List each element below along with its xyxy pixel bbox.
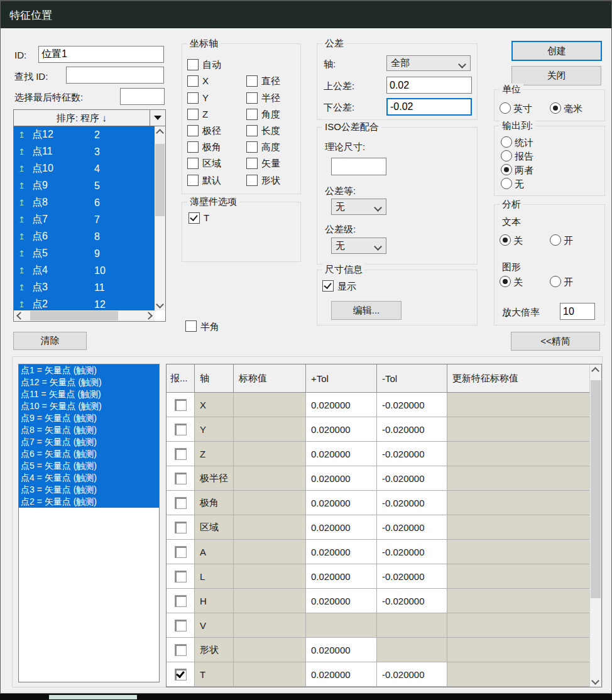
checkbox-z[interactable] (187, 109, 199, 120)
plus-tol-cell[interactable]: 0.020000 (306, 662, 377, 686)
table-vscrollbar[interactable] (589, 364, 601, 687)
selected-feature-item[interactable]: 点6 = 矢量点 (触测) (19, 448, 159, 460)
report-checkbox[interactable] (175, 399, 187, 411)
report-checkbox[interactable] (175, 522, 187, 533)
scroll-down-button[interactable] (155, 300, 165, 310)
minus-tol-cell[interactable]: -0.020000 (377, 662, 447, 686)
close-button[interactable]: 关闭 (511, 66, 601, 85)
plus-tol-cell[interactable]: 0.020000 (306, 564, 377, 588)
checkbox-polar-angle[interactable] (187, 141, 199, 153)
radio-text-on[interactable] (550, 234, 561, 246)
feature-list-item[interactable]: ↥点77 (14, 211, 155, 228)
feature-listbox[interactable]: ↥点122↥点113↥点104↥点95↥点86↥点77↥点68↥点59↥点410… (13, 126, 166, 322)
selected-feature-item[interactable]: 点7 = 矢量点 (触测) (19, 436, 159, 448)
minus-tol-cell[interactable]: -0.020000 (377, 564, 447, 588)
radio-report[interactable] (501, 150, 512, 161)
checkbox-form[interactable] (246, 175, 258, 186)
selected-feature-item[interactable]: 点5 = 矢量点 (触测) (19, 460, 159, 472)
scroll-left-button[interactable] (14, 310, 25, 321)
scroll-right-button[interactable] (144, 310, 155, 321)
selected-features-listbox[interactable]: 点1 = 矢量点 (触测)点12 = 矢量点 (触测)点11 = 矢量点 (触测… (18, 364, 160, 682)
selected-feature-item[interactable]: 点9 = 矢量点 (触测) (19, 412, 159, 424)
feature-list-item[interactable]: ↥点95 (14, 177, 155, 194)
minus-tol-cell[interactable]: -0.020000 (377, 589, 447, 613)
report-checkbox[interactable] (175, 595, 187, 607)
checkbox-diameter[interactable] (246, 75, 258, 87)
table-scroll-down-button[interactable] (590, 676, 601, 687)
minus-tol-cell[interactable]: -0.020000 (377, 417, 447, 441)
radio-inch[interactable] (500, 102, 511, 114)
radio-none[interactable] (501, 178, 512, 189)
minus-tol-cell[interactable]: -0.020000 (377, 491, 447, 515)
feature-list-item[interactable]: ↥点59 (14, 245, 155, 262)
checkbox-radius[interactable] (246, 92, 258, 104)
radio-graph-off[interactable] (500, 276, 511, 287)
find-id-input[interactable] (66, 67, 164, 84)
plus-tol-cell[interactable]: 0.020000 (306, 466, 377, 490)
id-input[interactable] (38, 46, 164, 63)
checkbox-default[interactable] (187, 175, 199, 186)
radio-graph-on[interactable] (550, 276, 561, 287)
selected-feature-item[interactable]: 点10 = 矢量点 (触测) (19, 400, 159, 412)
checkbox-angle[interactable] (246, 109, 258, 120)
report-checkbox[interactable] (175, 571, 187, 582)
table-scroll-up-button[interactable] (590, 364, 601, 375)
minus-tol-cell[interactable]: -0.020000 (377, 540, 447, 564)
selected-feature-item[interactable]: 点4 = 矢量点 (触测) (19, 472, 159, 484)
feature-list-item[interactable]: ↥点311 (14, 279, 155, 296)
clear-button[interactable]: 清除 (13, 332, 87, 350)
plus-tol-cell[interactable]: 0.020000 (306, 442, 377, 466)
radio-stats[interactable] (501, 136, 512, 148)
selected-feature-item[interactable]: 点2 = 矢量点 (触测) (19, 496, 159, 508)
hscroll-thumb[interactable] (30, 311, 118, 320)
feature-list-item[interactable]: ↥点122 (14, 126, 155, 143)
nominal-size-input[interactable] (331, 158, 386, 175)
selected-feature-item[interactable]: 点12 = 矢量点 (触测) (19, 376, 159, 388)
last-count-input[interactable] (120, 88, 165, 105)
plus-tol-cell[interactable]: 0.020000 (306, 540, 377, 564)
radio-text-off[interactable] (500, 234, 511, 246)
report-checkbox[interactable] (175, 448, 187, 460)
feature-list-item[interactable]: ↥点86 (14, 194, 155, 211)
feature-list-item[interactable]: ↥点68 (14, 228, 155, 245)
tol-grade-select[interactable]: 无 (331, 199, 386, 215)
radio-both[interactable] (501, 164, 512, 175)
minus-tol-cell[interactable]: -0.020000 (377, 466, 447, 490)
plus-tol-cell[interactable]: 0.020000 (306, 589, 377, 613)
selected-feature-item[interactable]: 点3 = 矢量点 (触测) (19, 484, 159, 496)
magnify-input[interactable] (560, 303, 595, 320)
report-checkbox[interactable] (175, 546, 187, 558)
report-checkbox[interactable] (175, 497, 187, 509)
scroll-up-button[interactable] (155, 126, 165, 137)
checkbox-y[interactable] (187, 92, 199, 104)
report-checkbox[interactable] (175, 473, 187, 484)
edit-button[interactable]: 编辑... (331, 301, 402, 320)
checkbox-zone[interactable] (187, 158, 199, 169)
checkbox-polar-radius[interactable] (187, 125, 199, 136)
title-bar[interactable]: 特征位置 (1, 1, 611, 28)
checkbox-auto[interactable] (187, 59, 199, 70)
feature-list-item[interactable]: ↥点113 (14, 143, 155, 160)
selected-feature-item[interactable]: 点1 = 矢量点 (触测) (19, 364, 159, 376)
minus-tol-cell[interactable]: -0.020000 (377, 515, 447, 539)
create-button[interactable]: 创建 (511, 41, 602, 61)
report-checkbox[interactable] (175, 424, 187, 435)
report-checkbox[interactable] (175, 620, 187, 632)
tol-class-select[interactable]: 无 (331, 238, 386, 254)
selected-feature-item[interactable]: 点8 = 矢量点 (触测) (19, 424, 159, 436)
minus-tol-cell[interactable]: -0.020000 (377, 442, 447, 466)
feature-list-vscrollbar[interactable] (155, 126, 165, 310)
minus-tol-cell[interactable]: -0.020000 (377, 393, 447, 417)
plus-tol-cell[interactable]: 0.020000 (306, 638, 377, 662)
plus-tol-cell[interactable]: 0.020000 (306, 417, 377, 441)
simplify-button[interactable]: <<精简 (511, 332, 600, 351)
feature-list-item[interactable]: ↥点104 (14, 160, 155, 177)
checkbox-height[interactable] (246, 141, 258, 153)
radio-mm[interactable] (550, 102, 561, 114)
plus-tol-cell[interactable]: 0.020000 (306, 491, 377, 515)
checkbox-show[interactable] (322, 280, 334, 292)
upper-tol-input[interactable] (386, 77, 472, 94)
checkbox-x[interactable] (187, 75, 199, 87)
checkbox-t[interactable] (189, 212, 200, 224)
sort-header[interactable]: 排序: 程序 ↓ (13, 109, 166, 126)
